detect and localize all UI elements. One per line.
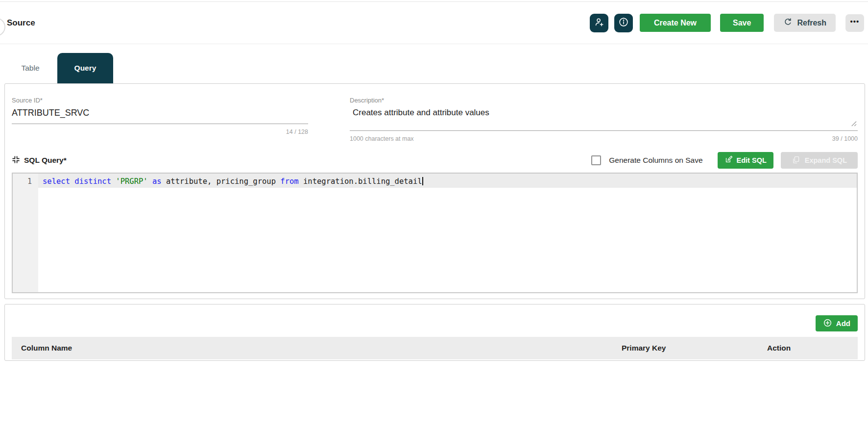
copy-expand-icon xyxy=(792,155,800,166)
sql-token: distinct xyxy=(74,177,111,186)
sql-query-header-row: SQL Query* Generate Columns on Save Edit… xyxy=(12,152,858,169)
header-actions: Create New Save Refresh ••• xyxy=(590,14,864,32)
more-options-button[interactable]: ••• xyxy=(845,14,864,32)
expand-sql-label: Expand SQL xyxy=(805,156,847,164)
info-icon xyxy=(618,17,629,29)
textarea-resize-icon[interactable] xyxy=(850,120,857,128)
description-helper: 1000 characters at max xyxy=(350,135,414,142)
page-title: Source xyxy=(7,18,35,28)
sql-code-line[interactable]: select distinct 'PRGRP' as attribute, pr… xyxy=(38,174,857,188)
line-number: 1 xyxy=(13,174,38,188)
sql-token: as xyxy=(152,177,162,186)
sql-actions: Generate Columns on Save Edit SQL xyxy=(591,152,858,169)
description-underline xyxy=(350,130,858,131)
sql-token xyxy=(148,177,152,186)
add-row: Add xyxy=(12,304,858,331)
back-circle-icon xyxy=(0,18,5,36)
source-id-label: Source ID* xyxy=(12,97,308,104)
ellipsis-icon: ••• xyxy=(850,17,860,25)
columns-table-header: Column Name Primary Key Action xyxy=(12,337,858,359)
sql-token xyxy=(70,177,74,186)
source-id-field: Source ID* ATTRIBUTE_SRVC 14 / 128 xyxy=(12,97,308,142)
plus-circle-icon xyxy=(823,318,832,329)
sql-token: attribute, pricing_group xyxy=(162,177,281,186)
collapse-corners-icon[interactable] xyxy=(12,155,20,166)
source-id-input[interactable]: ATTRIBUTE_SRVC xyxy=(12,108,308,118)
person-add-icon xyxy=(594,17,604,29)
tab-bar: Table Query xyxy=(0,44,868,83)
generate-columns-checkbox[interactable] xyxy=(591,155,601,165)
sql-token: select xyxy=(43,177,70,186)
sql-query-title: SQL Query* xyxy=(24,156,67,165)
sql-token: 'PRGRP' xyxy=(116,177,147,186)
source-id-underline xyxy=(12,124,308,124)
create-new-button[interactable]: Create New xyxy=(640,14,711,32)
source-form-panel: Source ID* ATTRIBUTE_SRVC 14 / 128 Descr… xyxy=(4,83,865,299)
refresh-label: Refresh xyxy=(797,19,826,27)
refresh-icon xyxy=(783,17,793,28)
action-header: Action xyxy=(767,344,858,353)
info-button[interactable] xyxy=(614,14,633,32)
expand-sql-button[interactable]: Expand SQL xyxy=(781,152,858,169)
sql-token: from xyxy=(280,177,298,186)
sql-code-editor[interactable]: 1 select distinct 'PRGRP' as attribute, … xyxy=(12,173,858,293)
primary-key-header: Primary Key xyxy=(622,344,767,353)
description-helper-row: 1000 characters at max 39 / 1000 xyxy=(350,135,858,142)
column-name-header: Column Name xyxy=(12,344,622,353)
text-cursor xyxy=(422,177,423,185)
tab-table-label: Table xyxy=(21,64,39,73)
add-column-button[interactable]: Add xyxy=(816,315,858,331)
add-user-button[interactable] xyxy=(590,14,608,32)
description-field: Description* Creates attribute and attri… xyxy=(350,97,858,142)
description-label: Description* xyxy=(350,97,858,104)
tab-table[interactable]: Table xyxy=(8,53,53,83)
edit-sql-button[interactable]: Edit SQL xyxy=(718,152,773,169)
source-id-counter: 14 / 128 xyxy=(12,128,308,135)
fields-row: Source ID* ATTRIBUTE_SRVC 14 / 128 Descr… xyxy=(12,84,858,142)
tab-query[interactable]: Query xyxy=(57,53,113,83)
refresh-button[interactable]: Refresh xyxy=(774,14,836,32)
save-button[interactable]: Save xyxy=(720,14,764,32)
description-textarea[interactable]: Creates attribute and attribute values xyxy=(353,108,858,118)
sql-token: integration.billing_detail xyxy=(299,177,422,186)
tab-query-label: Query xyxy=(74,64,96,73)
description-counter: 39 / 1000 xyxy=(832,135,858,142)
edit-pencil-icon xyxy=(724,155,733,165)
editor-gutter: 1 xyxy=(13,174,38,292)
add-label: Add xyxy=(836,319,850,328)
columns-panel: Add Column Name Primary Key Action xyxy=(4,304,865,361)
edit-sql-label: Edit SQL xyxy=(737,156,767,164)
sql-token xyxy=(111,177,116,186)
editor-code-area[interactable]: select distinct 'PRGRP' as attribute, pr… xyxy=(38,174,857,292)
generate-columns-label: Generate Columns on Save xyxy=(609,156,702,165)
header-bar: Source Create New Save xyxy=(0,2,868,44)
